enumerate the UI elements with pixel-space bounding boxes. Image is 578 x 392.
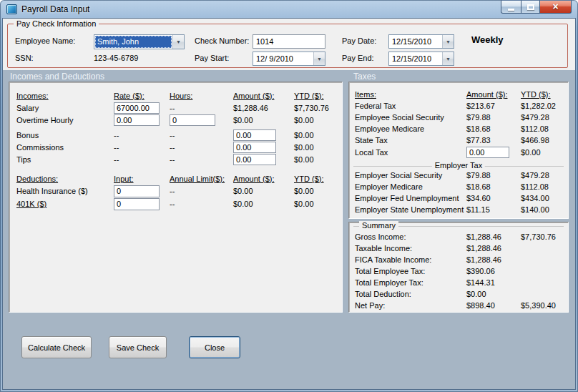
- tax-amount: $34.60: [466, 194, 521, 202]
- column-header: Amount ($):: [233, 175, 294, 183]
- column-header: Hours:: [170, 92, 233, 100]
- income-hours: --: [170, 155, 233, 164]
- summary-group-label: Summary: [359, 221, 398, 230]
- column-header: Input:: [114, 175, 170, 183]
- summary-amount: $0.00: [466, 290, 521, 298]
- income-rate: --: [114, 155, 170, 164]
- income-ytd: $0.00: [294, 116, 342, 124]
- employee-name-combobox[interactable]: Smith, John ▼: [94, 34, 185, 49]
- save-check-button[interactable]: Save Check: [109, 336, 167, 358]
- tax-row: Federal Tax $213.67 $1,282.02: [349, 100, 568, 112]
- pay-start-value: 12/ 9/2010: [253, 52, 313, 65]
- taxes-panel: Items: Amount ($): YTD ($): Federal Tax …: [348, 82, 569, 219]
- summary-row: Total Employer Tax: $144.31: [349, 277, 568, 288]
- dropdown-arrow-icon[interactable]: ▼: [172, 35, 184, 49]
- tax-row: Employer Medicare $18.68 $112.08: [349, 181, 568, 192]
- column-header: Amount ($):: [233, 92, 294, 100]
- income-ytd: $7,730.76: [294, 104, 342, 112]
- summary-amount: $1,288.46: [466, 232, 521, 241]
- minimize-icon: [508, 9, 514, 11]
- deduction-label: Health Insurance ($): [16, 187, 114, 195]
- backdrop: Incomes and Deductions Taxes Incomes: Ra…: [3, 70, 575, 389]
- pay-date-datepicker[interactable]: 12/15/2010 ▼: [388, 34, 454, 49]
- tax-ytd: $479.28: [521, 171, 568, 180]
- dropdown-arrow-icon[interactable]: ▼: [442, 52, 454, 65]
- summary-ytd: $5,390.40: [521, 301, 568, 310]
- ssn-label: SSN:: [15, 54, 34, 62]
- column-header: Items:: [355, 90, 466, 99]
- column-header: Amount ($):: [466, 90, 521, 99]
- deduction-ytd: $0.00: [294, 200, 342, 208]
- income-row-commissions: Commissions -- -- $0.00: [9, 141, 342, 153]
- close-button[interactable]: Close: [189, 336, 240, 358]
- calculate-check-button[interactable]: Calculate Check: [21, 336, 92, 358]
- taxes-header: Taxes: [353, 72, 376, 82]
- pay-start-datepicker[interactable]: 12/ 9/2010 ▼: [253, 52, 325, 66]
- tax-label: Employer Social Security: [355, 171, 466, 180]
- commissions-amount-input[interactable]: [233, 142, 276, 153]
- summary-row: Total Deduction: $0.00: [349, 288, 568, 300]
- tax-amount: $79.88: [466, 171, 521, 180]
- check-number-input[interactable]: [253, 34, 325, 49]
- maximize-button[interactable]: [521, 0, 540, 14]
- k401-input[interactable]: [114, 198, 160, 210]
- window-controls: ×: [501, 0, 572, 14]
- summary-amount: $1,288.46: [466, 255, 521, 264]
- tax-ytd: $140.00: [521, 205, 568, 214]
- tax-ytd: $434.00: [521, 194, 568, 202]
- deduction-amount: $0.00: [233, 187, 294, 195]
- column-header: Rate ($):: [114, 92, 170, 100]
- 401k-link[interactable]: 401K ($): [16, 200, 114, 208]
- pay-date-value: 12/15/2010: [389, 35, 442, 48]
- income-ytd: $0.00: [294, 143, 342, 152]
- pay-check-information-group: Pay Check Information Employee Name: Smi…: [7, 24, 568, 68]
- client-area: Pay Check Information Employee Name: Smi…: [3, 19, 575, 389]
- dropdown-arrow-icon[interactable]: ▼: [442, 35, 454, 48]
- close-window-button[interactable]: ×: [539, 0, 572, 14]
- ssn-value: 123-45-6789: [94, 54, 138, 62]
- income-rate: --: [114, 131, 170, 139]
- deduction-row-health-insurance: Health Insurance ($) -- $0.00 $0.00: [9, 185, 342, 197]
- summary-amount: $1,288.46: [466, 244, 521, 253]
- summary-label: Total Employer Tax:: [355, 278, 466, 287]
- income-label: Commissions: [16, 143, 114, 152]
- local-tax-input[interactable]: [466, 147, 509, 158]
- income-rate: --: [114, 143, 170, 152]
- tax-row-local: Local Tax $0.00: [349, 146, 568, 159]
- titlebar[interactable]: Payroll Data Input ×: [0, 0, 578, 19]
- deductions-header-row: Deductions: Input: Annual Limit($): Amou…: [9, 172, 342, 185]
- summary-ytd: $7,730.76: [521, 232, 568, 241]
- tax-label: State Tax: [355, 136, 466, 144]
- overtime-hours-input[interactable]: [170, 114, 215, 126]
- incomes-deductions-panel: Incomes: Rate ($): Hours: Amount ($): YT…: [9, 82, 343, 313]
- income-label: Bonus: [16, 131, 114, 139]
- salary-rate-input[interactable]: [114, 102, 160, 114]
- tax-row: Employee Medicare $18.68 $112.08: [349, 123, 568, 134]
- summary-amount: $144.31: [466, 278, 521, 287]
- tax-ytd: $479.28: [521, 113, 568, 122]
- tax-amount: $77.83: [466, 136, 521, 144]
- minimize-button[interactable]: [501, 0, 521, 14]
- health-insurance-input[interactable]: [114, 185, 160, 197]
- employer-tax-group-label: Employer Tax: [432, 161, 485, 170]
- income-row-bonus: Bonus -- -- $0.00: [9, 129, 342, 141]
- payroll-window: Payroll Data Input × Pay Check Informati…: [0, 0, 578, 392]
- employee-name-label: Employee Name:: [15, 36, 75, 45]
- pay-end-label: Pay End:: [342, 54, 374, 62]
- tax-row: State Tax $77.83 $466.98: [349, 134, 568, 146]
- tips-amount-input[interactable]: [233, 154, 276, 165]
- tax-amount: $18.68: [466, 124, 521, 133]
- group-label: Pay Check Information: [14, 19, 99, 28]
- bonus-amount-input[interactable]: [233, 129, 276, 141]
- tax-amount: $79.88: [466, 113, 521, 122]
- income-label: Overtime Hourly: [16, 116, 114, 124]
- tax-row: Employer Social Security $79.88 $479.28: [349, 170, 568, 181]
- pay-frequency-label: Weekly: [471, 34, 504, 45]
- tax-ytd: $112.08: [521, 124, 568, 133]
- pay-end-datepicker[interactable]: 12/15/2010 ▼: [388, 52, 454, 66]
- overtime-rate-input[interactable]: [114, 114, 160, 126]
- window-title: Payroll Data Input: [21, 4, 89, 14]
- window-icon: [6, 4, 17, 14]
- dropdown-arrow-icon[interactable]: ▼: [313, 52, 325, 65]
- summary-amount: $898.40: [466, 301, 521, 310]
